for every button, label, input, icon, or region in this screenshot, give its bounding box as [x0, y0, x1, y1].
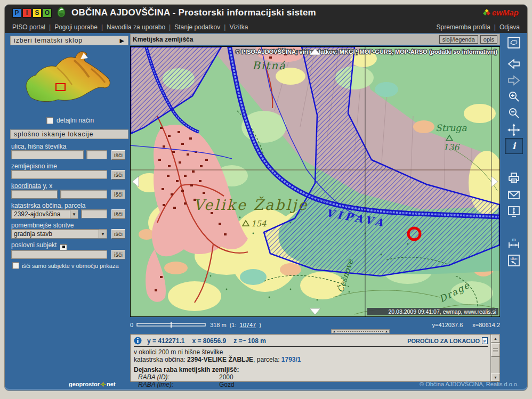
municipality-extent-button[interactable]: [505, 35, 523, 51]
info-tool-button[interactable]: i: [505, 138, 523, 154]
forward-button[interactable]: [505, 72, 523, 88]
page-title: OBČINA AJDOVŠČINA - Prostorski informaci…: [71, 7, 316, 18]
street-search-button[interactable]: išči: [111, 150, 125, 160]
menu-sprememba-profila[interactable]: Sprememba profila: [436, 23, 490, 31]
geoname-label: zemljepisno ime: [11, 162, 57, 170]
pan-button[interactable]: [505, 122, 523, 138]
street-label: ulica, hišna številka: [11, 143, 66, 150]
cadastre-select[interactable]: 2392-ajdovščina ▼: [11, 209, 78, 219]
piso-logo-letter: S: [33, 9, 42, 18]
fit-screen-button[interactable]: [505, 203, 523, 219]
map-label-settlement1: Bitná: [252, 59, 286, 72]
menu-navodila[interactable]: Navodila za uporabo: [107, 23, 165, 31]
back-button[interactable]: [505, 56, 523, 72]
menu-pogoji-uporabe[interactable]: Pogoji uporabe: [54, 23, 98, 31]
zoom-out-button[interactable]: [505, 105, 523, 121]
location-info-panel: y = 412271.1 x = 80656.9 z =~ 108 m PORO…: [130, 334, 500, 382]
selected-z-coordinate: z =~ 108 m: [233, 337, 266, 345]
location-report-link[interactable]: POROČILO ZA LOKACIJO P: [407, 337, 488, 344]
selected-x-coordinate: x = 80656.9: [192, 337, 226, 345]
chevron-down-icon[interactable]: ▼: [70, 210, 78, 218]
menu-vizitka[interactable]: Vizitka: [229, 23, 248, 31]
menu-odjava[interactable]: Odjava: [499, 23, 520, 31]
area-only-checkbox[interactable]: [12, 262, 19, 269]
splitter-arrow-icon: ▲: [385, 330, 388, 333]
app-window: P I S O OBČINA AJDOVŠČINA - Prostorski i…: [4, 4, 528, 391]
chevron-down-icon[interactable]: ▼: [99, 230, 107, 238]
scroll-down-icon[interactable]: ▼: [491, 373, 500, 381]
table-row: RABA (ID): 2000: [134, 373, 488, 381]
geoname-search-button[interactable]: išči: [111, 170, 125, 180]
dkn-button[interactable]: dkn: [505, 253, 523, 268]
layers-legend-button[interactable]: sloji/legenda: [439, 35, 478, 44]
coordinate-link[interactable]: koordinata: [11, 182, 41, 190]
menu-piso-portal[interactable]: PISO portal: [12, 23, 45, 31]
panel-splitter[interactable]: ▲ ▲: [331, 329, 390, 333]
services-select[interactable]: gradnja stavb ▼: [11, 229, 107, 239]
zoom-in-button[interactable]: [505, 89, 523, 105]
business-info-icon[interactable]: [60, 244, 67, 250]
menu-separator: |: [169, 23, 171, 31]
ewmap-icon: [483, 9, 490, 17]
map-theme-title: Kmetijska zemljišča: [133, 36, 193, 43]
street-input[interactable]: [11, 150, 84, 159]
terrain-shape: [26, 52, 110, 102]
menu-stanje-podatkov[interactable]: Stanje podatkov: [174, 23, 220, 31]
print-button[interactable]: [505, 170, 523, 186]
piso-logo-letter: P: [12, 9, 21, 18]
map-label-settlement2: Velike Žablje: [194, 196, 308, 213]
mountain-icon: [55, 6, 67, 20]
coordinate-search-button[interactable]: išči: [111, 190, 125, 199]
cadastre-label: katastrska občina, parcela: [11, 202, 85, 209]
ewmap-logo: ewMap: [483, 8, 519, 17]
cadastre-prefix: katastrska občina:: [134, 356, 186, 363]
geoprostor-link[interactable]: geoprostor net: [69, 381, 116, 387]
overview-map[interactable]: [17, 48, 121, 116]
theme-selector-label: izberi tematski sklop: [14, 37, 83, 44]
raba-ime-value: Gozd: [219, 381, 235, 388]
theme-selector-bar[interactable]: izberi tematski sklop ▶: [10, 36, 128, 45]
description-button[interactable]: opis: [480, 35, 497, 44]
scale-zero: 0: [130, 322, 133, 328]
detail-mode-checkbox[interactable]: [46, 117, 53, 124]
measure-button[interactable]: m: [505, 235, 523, 251]
cadastre-search-button[interactable]: išči: [111, 209, 125, 219]
map-label-elev2: 154: [251, 219, 267, 229]
map-attribution: © PISO-AJDOVŠČINA; viri podatkov: MKGP, …: [236, 48, 498, 55]
house-number-input[interactable]: [86, 150, 107, 159]
services-label: pomembnejše storitve: [11, 222, 74, 229]
cursor-x-coordinate: x=80614.2: [472, 322, 500, 328]
geoname-input[interactable]: [11, 170, 107, 179]
chevron-right-icon[interactable]: ▶: [120, 37, 125, 44]
business-search-button[interactable]: išči: [111, 250, 125, 259]
services-search-button[interactable]: išči: [111, 229, 125, 239]
map-timestamp: 20.03.2009 09:41:07, ewmap, www.realis.s…: [388, 308, 496, 315]
business-label-text: poslovni subjekt: [11, 241, 57, 249]
parcel-input[interactable]: [81, 209, 107, 218]
coordinate-x-input[interactable]: [60, 190, 107, 199]
info-icon: [134, 337, 142, 345]
business-input[interactable]: [11, 250, 107, 259]
svg-text:m: m: [512, 237, 516, 242]
info-panel-scrollbar[interactable]: ▲ ▼: [490, 335, 499, 381]
scrollbar-thumb[interactable]: [491, 343, 500, 357]
map-canvas[interactable]: Bitná Struga 136 Velike Žablje 154 VIPAV…: [130, 46, 500, 317]
parcel-link[interactable]: 1793/1: [281, 356, 301, 363]
cursor-y-coordinate: y=412037.6: [432, 322, 463, 328]
coordinate-y-input[interactable]: [11, 190, 58, 199]
svg-text:dkn: dkn: [511, 256, 518, 261]
info-tool-icon: i: [512, 141, 515, 151]
scroll-up-icon[interactable]: ▲: [491, 335, 500, 343]
cadastre-parcel-line: katastrska občina: 2394-VELIKE ŽABLJE, p…: [134, 356, 488, 363]
detail-mode-label: detajlni način: [57, 117, 94, 124]
menu-bar: PISO portal | Pogoji uporabe | Navodila …: [5, 21, 527, 33]
selected-y-coordinate: y = 412271.1: [147, 337, 184, 345]
map-label-elev1: 136: [443, 142, 460, 152]
parcel-prefix: , parcela:: [253, 356, 279, 363]
piso-logo[interactable]: P I S O: [12, 9, 52, 18]
copyright-text: © Občina AJDOVŠČINA, Realis d.o.o.: [420, 381, 519, 387]
scale-ratio-link[interactable]: 10747: [240, 322, 256, 328]
business-label: poslovni subjekt: [11, 241, 67, 250]
scale-ratio-open: (1:: [230, 322, 237, 328]
mail-button[interactable]: [505, 187, 523, 203]
